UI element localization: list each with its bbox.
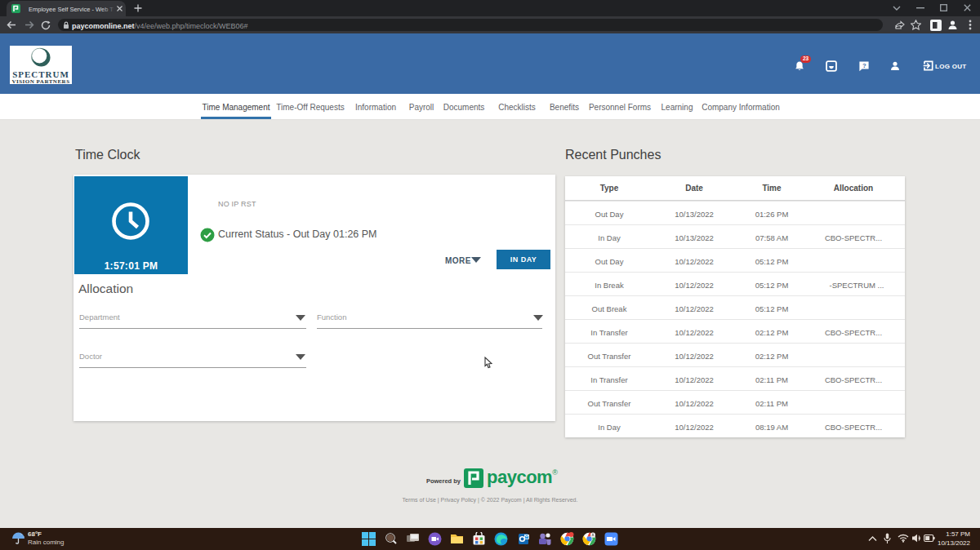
svg-text:?: ?: [862, 62, 866, 69]
